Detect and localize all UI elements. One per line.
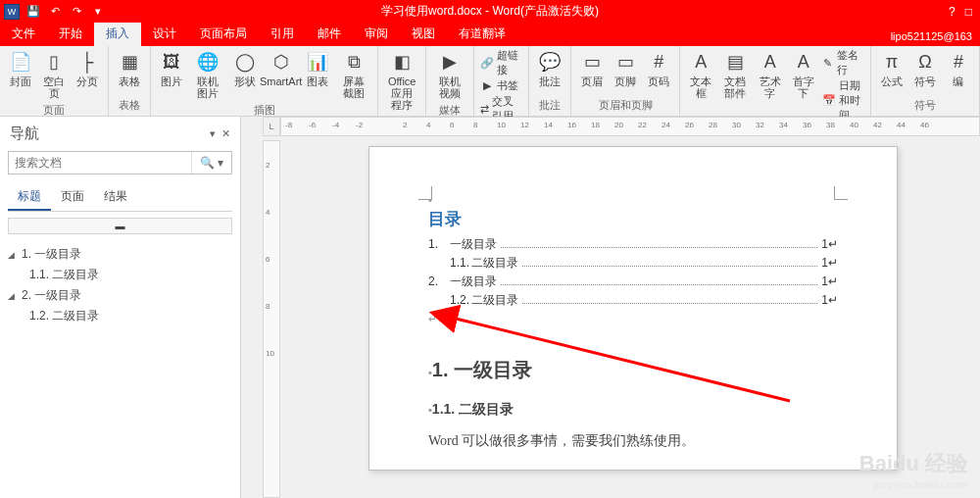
ribbon-icon: 📄 xyxy=(9,50,32,74)
heading-2: •1.1. 二级目录 xyxy=(428,401,838,419)
tab-review[interactable]: 审阅 xyxy=(353,22,400,46)
account-label[interactable]: lipo521125@163 xyxy=(883,26,980,46)
document-page[interactable]: • 目录 1.一级目录1↵1.1.二级目录1↵2.一级目录1↵1.2.二级目录1… xyxy=(368,146,898,471)
horizontal-ruler[interactable]: L -8-6-4-2246810121416182022242628303234… xyxy=(263,117,980,136)
navpane-close-icon[interactable]: ✕ xyxy=(221,127,230,140)
vertical-ruler[interactable]: 246810 xyxy=(263,140,280,498)
ribbon-label: Office应用程序 xyxy=(387,75,416,111)
tree-label: 1.1. 二级目录 xyxy=(29,267,99,283)
search-icon[interactable]: 🔍 ▾ xyxy=(191,152,231,174)
ribbon-button[interactable]: A艺术字 xyxy=(756,48,785,101)
tree-node[interactable]: 1.2. 二级目录 xyxy=(8,306,232,326)
tab-youdao[interactable]: 有道翻译 xyxy=(447,22,517,46)
ribbon-button[interactable]: ├分页 xyxy=(73,48,102,89)
qat-more-icon[interactable]: ▾ xyxy=(90,4,106,20)
ribbon-label: 联机图片 xyxy=(193,75,223,99)
navtab-headings[interactable]: 标题 xyxy=(8,184,51,211)
toc-entry[interactable]: 1.1.二级目录1↵ xyxy=(428,255,838,272)
ribbon-button[interactable]: ▯空白页 xyxy=(39,48,69,101)
tab-mailings[interactable]: 邮件 xyxy=(306,22,353,46)
tab-view[interactable]: 视图 xyxy=(400,22,447,46)
tab-insert[interactable]: 插入 xyxy=(94,22,141,46)
ribbon-button[interactable]: ⬡SmartArt xyxy=(264,48,299,89)
tab-references[interactable]: 引用 xyxy=(259,22,306,46)
ribbon-button[interactable]: π公式 xyxy=(877,48,906,89)
ribbon-group-label: 批注 xyxy=(539,96,561,116)
search-input[interactable] xyxy=(9,156,191,170)
navtab-pages[interactable]: 页面 xyxy=(51,184,94,211)
ribbon-small-button[interactable]: 🔗超链接 xyxy=(480,48,522,77)
ribbon-icon: ▭ xyxy=(580,50,604,74)
tab-design[interactable]: 设计 xyxy=(141,22,188,46)
ribbon-label: 封面 xyxy=(10,75,31,87)
ribbon-icon: ▯ xyxy=(42,50,66,74)
ribbon-icon: π xyxy=(880,50,904,74)
tab-file[interactable]: 文件 xyxy=(0,22,47,46)
ribbon-label: 公式 xyxy=(881,75,903,87)
ribbon-label: 分页 xyxy=(76,75,98,87)
ribbon-button[interactable]: ▤文档部件 xyxy=(719,48,751,101)
ribbon-button[interactable]: ◧Office应用程序 xyxy=(384,48,419,113)
ribbon-icon: ⬡ xyxy=(270,50,293,74)
ribbon-button[interactable]: Ω符号 xyxy=(910,48,940,89)
ribbon-group: A文本框▤文档部件A艺术字A首字下✎签名行📅日期和时间□对象文本 xyxy=(680,46,871,116)
tree-arrow-icon: ◢ xyxy=(8,291,18,301)
navpane-search[interactable]: 🔍 ▾ xyxy=(8,151,232,174)
ribbon-button[interactable]: A文本框 xyxy=(686,48,715,101)
workspace: 导航 ▾ ✕ 🔍 ▾ 标题 页面 结果 ▬ ◢1. 一级目录1.1. 二级目录◢… xyxy=(0,117,980,498)
navtab-results[interactable]: 结果 xyxy=(94,184,137,211)
navpane-level-selector[interactable]: ▬ xyxy=(8,218,232,234)
toc-block: 1.一级目录1↵1.1.二级目录1↵2.一级目录1↵1.2.二级目录1↵ xyxy=(428,236,838,309)
toc-entry[interactable]: 1.一级目录1↵ xyxy=(428,236,838,253)
ribbon-button[interactable]: ▭页眉 xyxy=(577,48,607,89)
ribbon-label: 超链接 xyxy=(497,48,522,77)
help-icon[interactable]: ? xyxy=(949,5,956,19)
ribbon-button[interactable]: 💬批注 xyxy=(535,48,564,89)
ribbon-icon: ⧉ xyxy=(342,50,366,74)
ribbon-group: ▶联机视频媒体 xyxy=(426,46,474,116)
ribbon-button[interactable]: 📄封面 xyxy=(6,48,35,89)
ribbon-button[interactable]: ▭页脚 xyxy=(611,48,640,89)
ribbon-button[interactable]: A首字下 xyxy=(789,48,818,101)
toc-leader xyxy=(522,266,817,267)
toc-num: 1.1. xyxy=(450,256,471,270)
ribbon-button[interactable]: ◯形状 xyxy=(230,48,260,89)
ribbon-label: 文本框 xyxy=(689,75,712,99)
undo-icon[interactable]: ↶ xyxy=(47,4,63,20)
ribbon-button[interactable]: 🌐联机图片 xyxy=(190,48,226,101)
save-icon[interactable]: 💾 xyxy=(25,4,41,20)
body-text: Word 可以做很多事情，需要我们熟练使用。 xyxy=(428,432,838,450)
ribbon-button[interactable]: ▦表格 xyxy=(115,48,144,89)
tree-node[interactable]: ◢2. 一级目录 xyxy=(8,285,232,306)
ribbon-button[interactable]: 🖼图片 xyxy=(157,48,186,89)
ribbon-icon: 💬 xyxy=(538,50,562,74)
navpane-dropdown-icon[interactable]: ▾ xyxy=(210,127,216,140)
ribbon-label: 图片 xyxy=(161,75,182,87)
toc-text: 一级目录 xyxy=(450,274,497,290)
ribbon-button[interactable]: ⧉屏幕截图 xyxy=(336,48,372,101)
tree-node[interactable]: ◢1. 一级目录 xyxy=(8,244,232,265)
ribbon-label: 首字下 xyxy=(792,75,815,99)
ribbon-icon: A xyxy=(759,50,782,74)
heading-1: •1. 一级目录 xyxy=(428,357,838,383)
ribbon-label: 符号 xyxy=(914,75,936,87)
ribbon-small-button[interactable]: ▶书签 xyxy=(480,78,522,93)
ribbon-icon: ◯ xyxy=(233,50,257,74)
tab-layout[interactable]: 页面布局 xyxy=(188,22,259,46)
toc-entry[interactable]: 1.2.二级目录1↵ xyxy=(428,292,838,309)
tree-arrow-icon: ◢ xyxy=(8,250,18,260)
toc-entry[interactable]: 2.一级目录1↵ xyxy=(428,274,838,290)
ribbon-display-icon[interactable]: □ xyxy=(965,5,972,19)
tab-home[interactable]: 开始 xyxy=(47,22,94,46)
toc-num: 1. xyxy=(428,237,450,251)
ribbon-label: 表格 xyxy=(119,75,140,87)
ribbon-button[interactable]: #页码 xyxy=(644,48,673,89)
tree-node[interactable]: 1.1. 二级目录 xyxy=(8,265,232,285)
ribbon-small-button[interactable]: ✎签名行 xyxy=(822,48,864,77)
ribbon-button[interactable]: ▶联机视频 xyxy=(432,48,467,101)
paragraph-mark-icon: ↵ xyxy=(428,313,838,325)
ribbon-label: 艺术字 xyxy=(759,75,782,99)
ribbon-button[interactable]: 📊图表 xyxy=(303,48,332,89)
ribbon-button[interactable]: #编 xyxy=(944,48,973,89)
redo-icon[interactable]: ↷ xyxy=(69,4,84,20)
